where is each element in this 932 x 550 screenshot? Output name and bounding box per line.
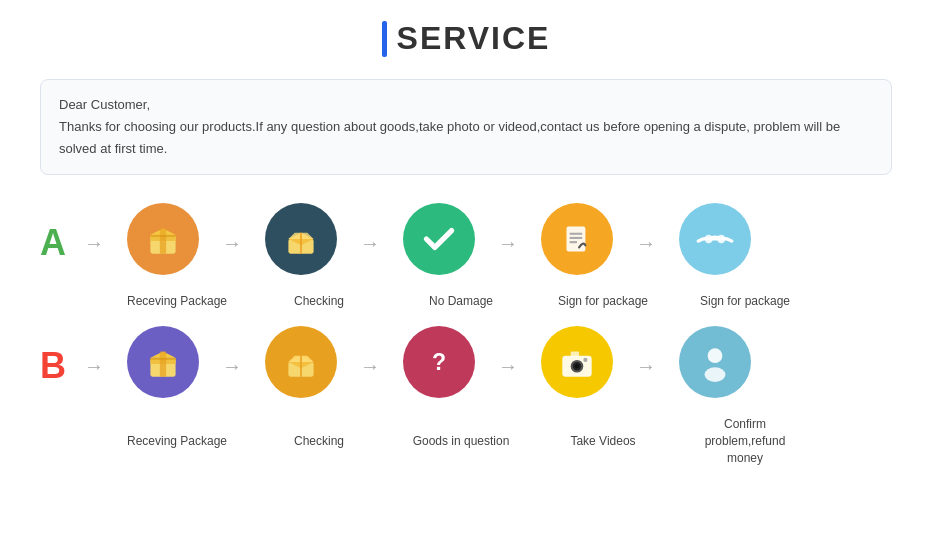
arrow-icon: → xyxy=(360,355,380,378)
step-icon-container xyxy=(108,326,218,406)
arrow-icon: → xyxy=(636,355,656,378)
step-label: No Damage xyxy=(406,293,516,310)
arrow-icon: → xyxy=(222,232,242,255)
arrow-icon: → xyxy=(498,232,518,255)
labels-row: Receving PackageCheckingGoods in questio… xyxy=(40,416,892,466)
labels-row: Receving PackageCheckingNo DamageSign fo… xyxy=(40,293,892,310)
icons-row-b: B→ → → ? → → xyxy=(40,326,892,406)
step-icon-container xyxy=(246,326,356,406)
svg-rect-21 xyxy=(160,352,166,358)
step-icon-container xyxy=(522,326,632,406)
step-label: Checking xyxy=(264,293,374,310)
arrow-icon: → xyxy=(360,232,380,255)
step-label: Receving Package xyxy=(122,293,232,310)
icons-row-a: A→ → → → → xyxy=(40,203,892,283)
row-letter-b: B xyxy=(40,348,80,384)
package-icon xyxy=(127,203,199,275)
arrow-icon: → xyxy=(84,355,104,378)
step-icon-container xyxy=(246,203,356,283)
open-box-icon xyxy=(265,326,337,398)
step-label: Take Videos xyxy=(548,433,658,450)
notice-line2: Thanks for choosing our products.If any … xyxy=(59,116,873,160)
title-text: SERVICE xyxy=(397,20,551,57)
svg-rect-31 xyxy=(571,352,579,357)
step-icon-container xyxy=(384,203,494,283)
svg-point-34 xyxy=(705,367,726,382)
steps-flow: → → → ? → → xyxy=(80,326,892,406)
step-label: Goods in question xyxy=(406,433,516,450)
service-row-b: B→ → → ? → → Receving PackageCheckingGoo… xyxy=(40,326,892,466)
arrow-icon: → xyxy=(84,232,104,255)
step-label: Receving Package xyxy=(122,433,232,450)
arrow-icon: → xyxy=(498,355,518,378)
package-icon xyxy=(127,326,199,398)
step-icon-container xyxy=(660,326,770,406)
svg-rect-19 xyxy=(150,358,175,360)
question-icon: ? xyxy=(403,326,475,398)
step-label: Checking xyxy=(264,433,374,450)
step-label: Sign for package xyxy=(690,293,800,310)
steps-flow: → → → → → xyxy=(80,203,892,283)
svg-text:?: ? xyxy=(432,349,446,375)
notice-line1: Dear Customer, xyxy=(59,94,873,116)
svg-point-32 xyxy=(583,358,587,362)
service-rows: A→ → → → → Receving PackageCheckingNo Da xyxy=(40,203,892,466)
camera-icon xyxy=(541,326,613,398)
notice-box: Dear Customer, Thanks for choosing our p… xyxy=(40,79,892,175)
row-letter-a: A xyxy=(40,225,80,261)
handshake-icon xyxy=(679,203,751,275)
arrow-icon: → xyxy=(636,232,656,255)
step-icon-container xyxy=(108,203,218,283)
page-title: SERVICE xyxy=(40,20,892,57)
person-icon xyxy=(679,326,751,398)
step-icon-container xyxy=(522,203,632,283)
title-accent-bar xyxy=(382,21,387,57)
svg-rect-3 xyxy=(150,235,175,237)
sign-icon xyxy=(541,203,613,275)
step-label: Confirm problem,refund money xyxy=(690,416,800,466)
step-icon-container xyxy=(660,203,770,283)
open-box-icon xyxy=(265,203,337,275)
checkmark-icon xyxy=(403,203,475,275)
service-row-a: A→ → → → → Receving PackageCheckingNo Da xyxy=(40,203,892,310)
svg-rect-5 xyxy=(160,229,166,235)
step-label: Sign for package xyxy=(548,293,658,310)
svg-point-33 xyxy=(708,348,723,363)
arrow-icon: → xyxy=(222,355,242,378)
step-icon-container: ? xyxy=(384,326,494,406)
svg-point-30 xyxy=(575,364,579,368)
